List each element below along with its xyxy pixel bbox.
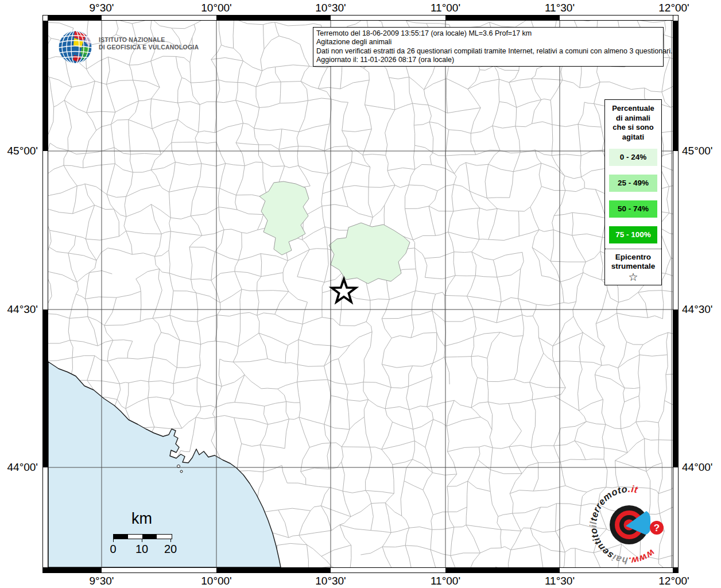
- legend-class-25-49: 25 - 49%: [609, 175, 657, 192]
- legend-epicenter-label: Epicentro: [605, 253, 661, 262]
- lon-label-bottom-1130: 11°30': [545, 574, 575, 588]
- legend-class-75-100: 75 - 100%: [609, 226, 657, 243]
- scale-tick-20: 20: [159, 543, 182, 556]
- lat-label-left-4500: 45°00': [0, 144, 38, 158]
- epicenter-star-marker: [332, 279, 356, 302]
- scale-bar-segments: [113, 534, 172, 539]
- lon-label-bottom-1200: 12°00': [658, 574, 689, 588]
- lon-label-bottom-930: 9°30': [90, 574, 114, 588]
- legend-title: Percentuale: [605, 104, 661, 114]
- info-line-updated: Aggiornato il: 11-01-2026 08:17 (ora loc…: [316, 56, 660, 64]
- map-area: [48, 21, 673, 567]
- scale-tick-10: 10: [130, 543, 153, 556]
- lon-label-top-930: 9°30': [90, 1, 114, 15]
- lon-label-bottom-1000: 10°00': [201, 574, 232, 588]
- highlighted-municipality-1: [259, 181, 309, 255]
- ingv-logo-icon: [57, 29, 94, 65]
- seismic-questionnaire-map: { "info_box": { "line1": "Terremoto del …: [0, 0, 721, 588]
- question-mark: ?: [654, 523, 660, 533]
- lon-label-bottom-1100: 11°00': [431, 574, 460, 588]
- lat-label-right-4430: 44°30': [682, 303, 713, 316]
- legend-class-0-24: 0 - 24%: [609, 149, 657, 166]
- ingv-logo-text: ISTITUTO NAZIONALE DI GEOFISICA E VULCAN…: [99, 36, 199, 51]
- lon-label-top-1130: 11°30': [545, 1, 575, 15]
- earthquake-info-box: Terremoto del 18-06-2009 13:55:17 (ora l…: [313, 27, 664, 67]
- lon-label-top-1000: 10°00': [201, 1, 232, 15]
- info-line-event: Terremoto del 18-06-2009 13:55:17 (ora l…: [316, 29, 660, 38]
- lat-label-left-4430: 44°30': [0, 303, 38, 316]
- scale-tick-0: 0: [102, 543, 125, 556]
- lon-label-bottom-1030: 10°30': [315, 574, 346, 588]
- frame-band-top: [42, 15, 679, 21]
- lat-label-right-4400: 44°00': [682, 461, 713, 474]
- lon-label-top-1030: 10°30': [315, 1, 346, 15]
- lon-label-top-1200: 12°00': [658, 1, 689, 15]
- lat-label-right-4500: 45°00': [682, 144, 713, 158]
- lat-label-left-4400: 44°00': [0, 461, 38, 474]
- legend-star-icon: ☆: [605, 271, 661, 284]
- legend-class-50-74: 50 - 74%: [609, 200, 657, 218]
- info-line-subject: Agitazione degli animali: [316, 38, 660, 47]
- island-2: [180, 470, 183, 473]
- highlighted-municipality-2: [329, 223, 410, 284]
- lon-label-top-1100: 11°00': [431, 1, 460, 15]
- haisentitoilterremoto-logo: ? www.haisentitoilterremoto.it: [586, 481, 675, 573]
- frame-band-left: [42, 15, 48, 573]
- scale-unit-label: km: [109, 510, 175, 528]
- legend-divider: [605, 249, 661, 249]
- frame-band-bottom: [42, 567, 679, 573]
- legend-box: Percentuale di animali che si sono agita…: [604, 99, 662, 285]
- info-line-source: Dati non verificati estratti da 26 quest…: [316, 47, 660, 56]
